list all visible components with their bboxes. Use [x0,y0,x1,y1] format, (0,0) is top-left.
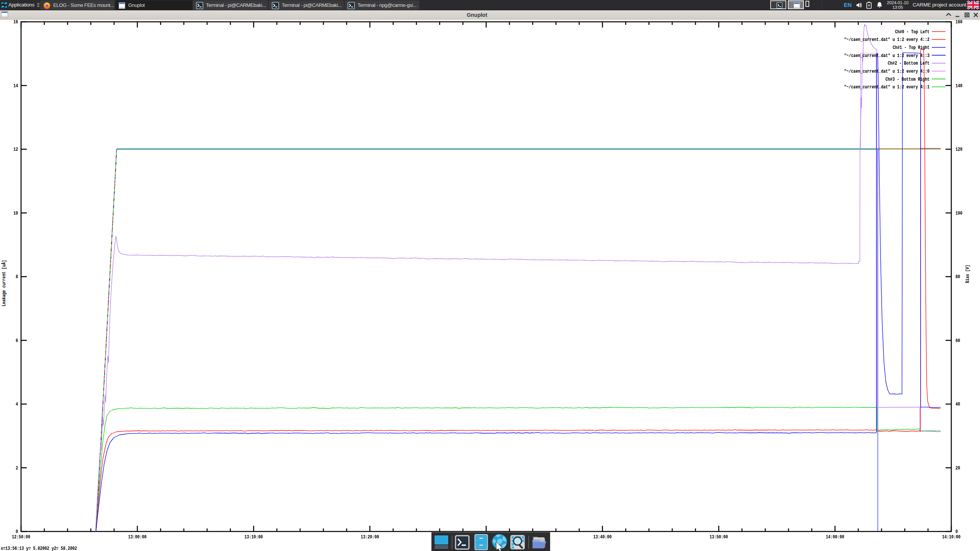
svg-text:12: 12 [13,147,18,152]
svg-text:12:50:00: 12:50:00 [12,535,30,540]
svg-text:Bias [V]: Bias [V] [965,265,970,283]
svg-text:4: 4 [16,402,18,407]
svg-text:120: 120 [956,147,962,152]
svg-text:8: 8 [16,274,18,280]
svg-text:Ch#1 - Top Right: Ch#1 - Top Right [893,45,929,51]
svg-text:13:00:00: 13:00:00 [128,535,147,540]
svg-text:0: 0 [956,529,958,535]
svg-text:"~/caen_current.dat" u 1:2 eve: "~/caen_current.dat" u 1:2 every 4::2 [844,37,929,42]
svg-text:13:20:00: 13:20:00 [361,535,379,540]
svg-text:Ch#0 - Top Left: Ch#0 - Top Left [895,29,929,35]
svg-text:Ch#3 - Bottom Right: Ch#3 - Bottom Right [885,77,929,82]
svg-text:"~/caen_current.dat" u 1:2 eve: "~/caen_current.dat" u 1:2 every 4::1 [844,85,929,90]
svg-text:Leakage current [uÂ]: Leakage current [uÂ] [1,260,7,306]
svg-text:14:10:00: 14:10:00 [942,535,960,540]
svg-text:13:10:00: 13:10:00 [245,535,263,540]
svg-text:13:40:00: 13:40:00 [593,535,612,540]
svg-text:40: 40 [956,402,960,407]
svg-text:0: 0 [16,529,18,535]
svg-text:2: 2 [16,466,18,471]
svg-text:"~/caen_current.dat" u 1:2 eve: "~/caen_current.dat" u 1:2 every 4::0 [844,69,929,74]
svg-text:140: 140 [956,83,962,89]
svg-text:60: 60 [956,338,960,344]
svg-text:"~/caen_current.dat" u 1:2 eve: "~/caen_current.dat" u 1:2 every 4::3 [844,53,929,59]
svg-text:14: 14 [13,83,18,89]
svg-text:Ch#2 - Bottom Left: Ch#2 - Bottom Left [888,61,929,66]
svg-text:16: 16 [13,20,18,25]
svg-text:160: 160 [956,20,962,25]
svg-text:x=13:56:13 y= 5.82002 y2= 58.2: x=13:56:13 y= 5.82002 y2= 58.2002 [1,546,77,551]
svg-text:14:00:00: 14:00:00 [826,535,844,540]
svg-text:6: 6 [16,338,18,344]
svg-text:20: 20 [956,466,960,471]
svg-text:100: 100 [956,211,962,216]
svg-text:10: 10 [13,211,18,216]
svg-text:80: 80 [956,274,960,280]
svg-text:13:50:00: 13:50:00 [710,535,728,540]
